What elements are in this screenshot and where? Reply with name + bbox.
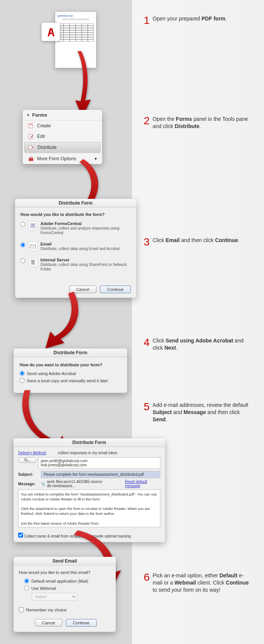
dialog-question: How would you like to send this email? [19,570,110,575]
forms-create-item[interactable]: Create [23,120,102,131]
webmail-select[interactable]: Select [32,593,77,600]
option-title: Email [40,242,51,246]
forms-item-label: Edit [37,134,45,139]
step-text: Add e-mail addresses, review the default… [153,402,250,423]
remember-checkbox[interactable] [19,607,24,612]
dialog-question: How would you like to distribute the for… [20,212,131,217]
step-text: Open your prepared PDF form. [153,15,250,22]
svg-rect-7 [31,224,34,225]
pdf-brand: globalcorp [57,14,94,17]
adobe-acrobat-icon [42,23,60,41]
formscentral-icon [28,221,37,230]
recipient-address: jane.smith@globalcorp.com [41,459,158,463]
radio-formscentral[interactable] [20,222,25,227]
continue-button[interactable]: Continue [100,286,131,293]
svg-rect-1 [30,124,32,125]
step-3: 3 Click Email and then click Continue. [144,237,250,247]
attachment-name: work files:acro11-ADOBE:source db:needsa… [47,480,125,488]
create-icon [28,123,34,129]
option-subtitle: Distribute, collect data using SharePoin… [40,263,127,271]
option-label: Use Webmail [31,586,56,591]
distribute-form-dialog-2: Distribute Form How do you want to distr… [14,349,127,393]
delivery-description: collect responses in my email inbox [58,451,117,455]
option-default-email[interactable]: Default email application (Mail) [24,578,110,583]
radio-send-acrobat[interactable] [20,371,25,376]
toolbox-icon [28,156,34,162]
disclosure-triangle-icon: ▼ [26,113,30,117]
radio-save-local[interactable] [20,378,25,383]
subject-field[interactable]: Please complete the form needsassessment… [41,471,160,478]
option-email[interactable]: EmailDistribute, collect data using Emai… [20,242,131,251]
forms-panel-title: Forms [32,112,47,118]
cancel-button[interactable]: Cancel [35,619,62,627]
delivery-method-link[interactable]: Delivery Method: [18,451,47,455]
message-body-field[interactable]: You are invited to complete the form "ne… [18,489,160,527]
radio-webmail[interactable] [24,586,29,591]
forms-edit-item[interactable]: Edit [23,131,102,142]
to-button[interactable]: To... [18,457,37,463]
remember-choice-row[interactable]: Remember my choice [19,607,110,612]
svg-rect-12 [32,262,34,263]
forms-item-label: Create [37,123,51,128]
forms-item-label: More Form Options [37,156,76,161]
option-title: Adobe FormsCentral [40,221,82,226]
option-internal-server[interactable]: Internal ServerDistribute, collect data … [20,258,131,271]
option-webmail[interactable]: Use Webmail [24,586,110,591]
step-number: 6 [144,572,150,583]
arrow-icon [40,292,89,358]
attachment-icon: 📎 [41,482,45,486]
distribute-form-dialog-1: Distribute Form How would you like to di… [15,199,136,298]
email-icon [28,242,37,251]
option-label: Default email application (Mail) [31,579,88,583]
distribute-form-dialog-3: Distribute Form Delivery Method: collect… [14,438,165,542]
option-formscentral[interactable]: Adobe FormsCentralDistribute, collect an… [20,221,131,235]
option-title: Internal Server [40,258,70,262]
message-label: Message: [18,482,41,486]
send-email-dialog: Send Email How would you like to send th… [14,557,116,632]
step-text: Click Email and then click Continue. [153,237,250,244]
option-label: Send using Adobe Acrobat [27,371,76,376]
svg-rect-8 [31,226,34,227]
server-icon [28,258,37,267]
forms-more-options-item[interactable]: More Form Options ▾ [23,153,102,164]
svg-rect-0 [29,123,33,128]
forms-panel: ▼ Forms Create Edit Distribute More Form… [23,110,102,164]
cancel-button[interactable]: Cancel [69,286,96,293]
forms-panel-header[interactable]: ▼ Forms [23,110,102,120]
option-save-local[interactable]: Save a local copy and manually send it l… [20,378,121,383]
pdf-title: OFFICE NEEDS ASSESSMENT [57,18,94,20]
radio-server[interactable] [20,258,25,263]
collect-info-checkbox-row[interactable]: Collect name & email from recipients to … [18,533,160,538]
step-2: 2 Open the Forms panel in the Tools pane… [144,116,250,130]
dialog-title: Distribute Form [14,349,127,357]
distribute-icon [28,144,34,150]
dialog-title: Distribute Form [14,438,165,447]
continue-button[interactable]: Continue [66,619,97,627]
pdf-document-thumbnail: globalcorp OFFICE NEEDS ASSESSMENT [55,11,96,68]
attachment-display: 📎 work files:acro11-ADOBE:source db:need… [41,480,125,488]
step-text: Click Send using Adobe Acrobat and click… [153,337,250,352]
option-subtitle: Distribute, collect and analyze response… [40,226,119,235]
step-6: 6 Pick an e-mail option, either Default … [144,572,250,594]
forms-distribute-item[interactable]: Distribute [24,142,101,153]
svg-rect-13 [32,263,34,264]
recipients-field[interactable]: jane.smith@globalcorp.com bob.jones@glob… [38,457,160,469]
option-send-acrobat[interactable]: Send using Adobe Acrobat [20,371,121,376]
step-1: 1 Open your prepared PDF form. [144,15,250,26]
radio-email[interactable] [20,242,25,247]
step-number: 3 [144,237,150,247]
edit-icon [28,133,34,139]
collect-info-checkbox[interactable] [18,533,23,538]
step-4: 4 Click Send using Adobe Acrobat and cli… [144,337,250,352]
dialog-question: How do you want to distribute your form? [20,363,121,367]
reset-message-link[interactable]: Reset default message [125,480,160,488]
step-number: 1 [144,15,150,26]
checkbox-label: Remember my choice [26,608,67,612]
subject-label: Subject: [18,472,41,477]
step-text: Pick an e-mail option, either Default e-… [153,572,250,594]
radio-default-email[interactable] [24,578,29,583]
step-number: 4 [144,337,150,348]
svg-rect-3 [29,145,32,149]
dialog-title: Distribute Form [15,199,136,208]
checkbox-label: Collect name & email from recipients to … [24,534,131,538]
